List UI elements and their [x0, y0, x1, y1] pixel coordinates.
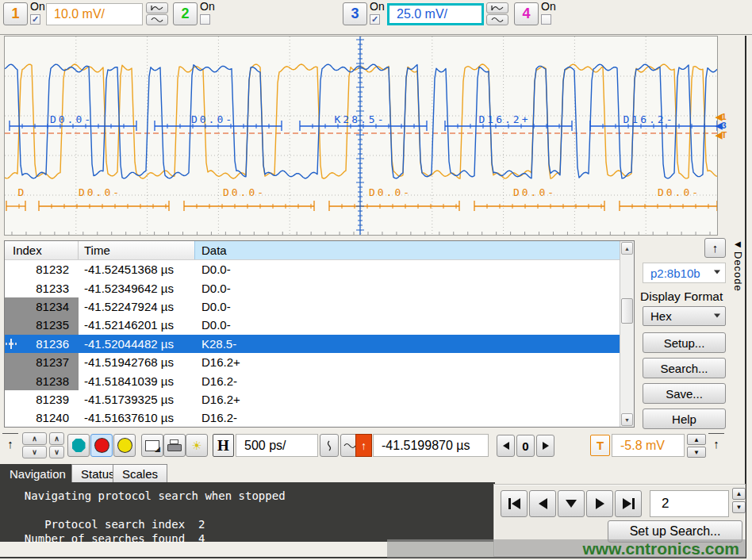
table-row[interactable]: 81237-41.51942768 µsD16.2+ — [5, 353, 620, 371]
cell-data: D16.2+ — [195, 355, 620, 369]
zero-position-button[interactable]: 0 — [516, 435, 535, 457]
single-button[interactable] — [113, 434, 136, 457]
channel-4-button[interactable]: 4 — [514, 2, 539, 25]
channel-3-autoscale-button[interactable] — [486, 2, 508, 13]
column-header-index[interactable]: Index — [5, 241, 79, 259]
column-header-time[interactable]: Time — [79, 241, 195, 259]
pan-right-button[interactable] — [536, 435, 554, 457]
sine-icon — [490, 16, 505, 24]
decode-label: D0.0- — [223, 186, 266, 198]
table-row[interactable]: 81233-41.52349642 µsD0.0- — [5, 278, 620, 297]
go-previous-button[interactable] — [529, 490, 556, 517]
trigger-position-button[interactable]: ↑ — [355, 434, 372, 457]
decode-label: D0.0- — [191, 113, 234, 125]
horizontal-position-field[interactable]: -41.5199870 µs — [373, 434, 489, 457]
setup-button[interactable]: Setup... — [643, 332, 726, 353]
chevron-up-button[interactable]: ∧ — [22, 432, 47, 445]
tab-scales[interactable]: Scales — [113, 464, 167, 483]
channel-1-scale-field[interactable]: 10.0 mV/ — [46, 3, 143, 25]
navigation-status-panel: Navigating protocol search when stopped … — [0, 482, 495, 542]
display-format-label: Display Format — [640, 290, 723, 304]
triangle-left-icon — [539, 498, 547, 509]
squiggle-icon — [150, 4, 164, 12]
waveform-svg: D0.0-D0.0-K28.5-D16.2+D16.2-DD0.0-D0.0-D… — [5, 36, 717, 235]
chevron-up-button[interactable]: ∧ — [49, 432, 64, 445]
go-next-button[interactable] — [586, 490, 613, 517]
help-button[interactable]: Help — [643, 408, 726, 429]
spinner-down-button[interactable]: ▼ — [732, 501, 746, 513]
decode-label: D — [18, 186, 27, 198]
channel-1-coupling-button[interactable] — [146, 14, 168, 25]
move-up-icon[interactable]: ↑ — [708, 433, 724, 456]
table-row[interactable]: 81239-41.51739325 µsD16.2+ — [5, 390, 620, 408]
channel-1-on-checkbox[interactable]: ✓ — [30, 14, 40, 25]
cell-time: -41.51942768 µs — [79, 355, 195, 369]
table-row[interactable]: 81232-41.52451368 µsD0.0- — [5, 260, 620, 278]
horizontal-setup-button[interactable]: H — [213, 434, 234, 457]
chevron-down-button[interactable]: ∨ — [22, 446, 47, 458]
screen-capture-button[interactable] — [141, 434, 163, 457]
zoom-waveform-button[interactable] — [320, 434, 339, 457]
channel-2-on-label: On — [200, 0, 224, 13]
table-header: Index Time Data — [5, 241, 634, 260]
table-row[interactable]: 81235-41.52146201 µsD0.0- — [5, 316, 620, 334]
cell-time: -41.52044482 µs — [79, 337, 195, 351]
brightness-button[interactable]: ☀ — [186, 434, 208, 457]
table-row[interactable]: 81238-41.51841039 µsD16.2- — [5, 371, 620, 389]
move-up-icon[interactable]: ↑ — [2, 433, 18, 456]
tab-navigation[interactable]: Navigation — [0, 464, 75, 483]
collapse-panel-button[interactable]: ↑ — [704, 238, 726, 258]
cell-data: K28.5- — [195, 337, 620, 351]
scrollbar-thumb[interactable] — [621, 298, 633, 324]
channel-3-on-checkbox[interactable]: ✓ — [370, 14, 380, 25]
channel-1-button[interactable]: 1 — [3, 2, 28, 25]
watermark: www.cntronics.com — [387, 539, 746, 558]
search-index-field[interactable]: 2 — [650, 490, 729, 517]
channel-1-autoscale-button[interactable] — [146, 2, 168, 13]
spinner-up-button[interactable]: ▲ — [687, 434, 706, 445]
timebase-field[interactable]: 500 ps/ — [236, 434, 318, 457]
waveform-display[interactable]: D0.0-D0.0-K28.5-D16.2+D16.2-DD0.0-D0.0-D… — [4, 36, 718, 236]
search-index-spinner: ▲ ▼ — [732, 488, 746, 513]
spinner-down-button[interactable]: ▼ — [687, 447, 706, 458]
cell-index: 81237 — [5, 353, 79, 371]
bar-icon — [632, 498, 635, 509]
channel-3-coupling-button[interactable] — [486, 14, 508, 25]
decode-source-select[interactable]: p2:8b10b — [643, 263, 726, 283]
trigger-button[interactable]: T — [590, 435, 610, 456]
decode-side-tab[interactable]: ◄ Decode — [731, 238, 745, 341]
navigation-status-text: Navigating protocol search when stopped … — [0, 482, 495, 546]
table-row[interactable]: 81240-41.51637610 µsD16.2- — [5, 408, 620, 427]
go-last-button[interactable] — [615, 490, 642, 517]
cell-index: 81234 — [5, 297, 79, 316]
scrollbar-up-button[interactable]: ▲ — [621, 242, 633, 255]
scrollbar-down-button[interactable]: ▼ — [621, 413, 633, 426]
column-header-data[interactable]: Data — [195, 241, 634, 259]
channel-4-on-checkbox[interactable] — [541, 14, 551, 25]
table-scrollbar[interactable]: ▲ ▼ — [620, 241, 634, 427]
cell-data: D16.2+ — [195, 393, 620, 406]
table-row[interactable]: 81234-41.52247924 µsD0.0- — [5, 297, 620, 316]
cell-data: D0.0- — [195, 282, 620, 295]
spinner-up-button[interactable]: ▲ — [732, 488, 746, 500]
trigger-level-marker[interactable]: ◀T — [716, 130, 726, 140]
go-first-button[interactable] — [501, 490, 528, 517]
search-button[interactable]: Search... — [643, 358, 726, 378]
oscilloscope-window: 1 On ✓ 10.0 mV/ 2 On 3 On ✓ 25.0 mV/ 4 O… — [0, 0, 752, 560]
go-current-button[interactable] — [558, 490, 585, 517]
run-button[interactable] — [67, 434, 90, 457]
print-button[interactable] — [163, 434, 186, 457]
display-format-select[interactable]: Hex — [643, 306, 726, 326]
table-row[interactable]: 81236-41.52044482 µsK28.5- — [5, 335, 620, 353]
chevron-down-button[interactable]: ∨ — [49, 446, 64, 458]
channel-2-on-checkbox[interactable] — [200, 14, 210, 25]
channel-3-scale-field[interactable]: 25.0 mV/ — [387, 3, 484, 25]
trigger-level-field[interactable]: -5.8 mV — [612, 434, 685, 457]
cell-index: 81235 — [5, 316, 79, 334]
save-button[interactable]: Save... — [643, 383, 726, 404]
pan-left-button[interactable] — [497, 435, 515, 457]
stop-button[interactable] — [90, 434, 113, 457]
channel-2-button[interactable]: 2 — [173, 2, 198, 25]
channel-3-button[interactable]: 3 — [343, 2, 367, 25]
decode-source-value: p2:8b10b — [650, 267, 700, 280]
